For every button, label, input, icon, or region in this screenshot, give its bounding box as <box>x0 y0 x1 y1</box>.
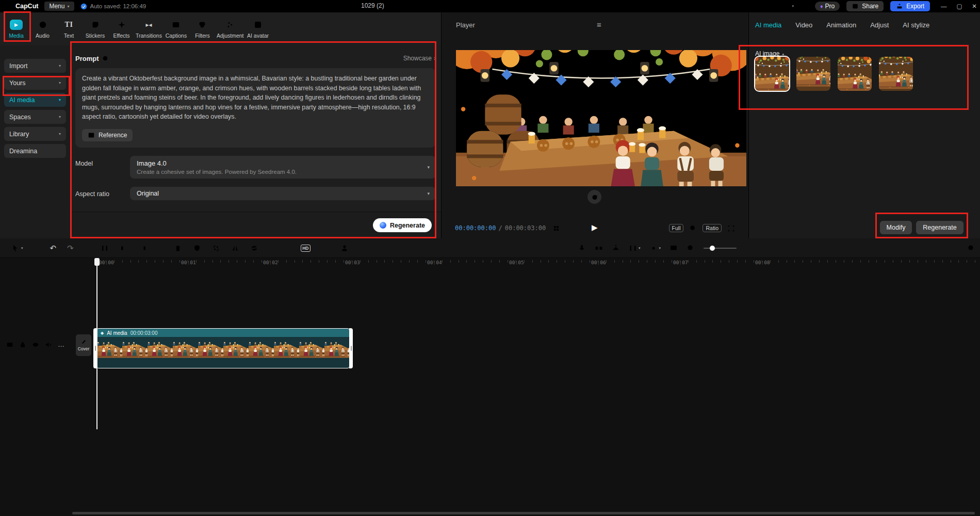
sidebar-item-ai-media[interactable]: AI media ▾ <box>4 93 66 107</box>
lock-icon[interactable] <box>19 341 26 348</box>
modify-button[interactable]: Modify <box>880 221 912 234</box>
menu-button[interactable]: Menu ▾ <box>44 2 74 11</box>
timeline-ruler[interactable]: 00:00 00:01 00:02 00:03 00:04 00:05 00:0… <box>0 258 980 267</box>
tab-animation[interactable]: Animation <box>826 21 856 29</box>
autosave-text: Auto saved: 12:06:49 <box>90 3 146 9</box>
full-button[interactable]: Full <box>669 224 684 232</box>
thumbnail-4[interactable] <box>879 57 913 91</box>
export-button[interactable]: Export <box>890 1 930 11</box>
tab-adjustment[interactable]: Adjustment <box>216 12 245 45</box>
auto-snapping-button[interactable] <box>612 244 620 252</box>
mask-button[interactable] <box>193 244 201 252</box>
record-voiceover-button[interactable] <box>578 244 586 252</box>
timeline-clip-ai-media[interactable]: ◆ AI media 00:00:03:00 <box>97 329 349 368</box>
share-label: Share <box>862 3 878 10</box>
chevron-down-icon: ▾ <box>21 246 23 250</box>
aspect-ratio-value: Original <box>137 190 420 197</box>
tab-label: AI avatar <box>247 33 269 39</box>
video-preview[interactable] <box>456 50 746 186</box>
preview-axis-button[interactable] <box>669 244 678 252</box>
crop-button[interactable] <box>212 244 220 252</box>
tab-ai-media-detail[interactable]: AI media <box>755 21 781 29</box>
preview-zoom-icon[interactable] <box>689 224 697 232</box>
tab-audio[interactable]: Audio <box>29 12 56 45</box>
tab-transitions[interactable]: ▸◂ Transitions <box>135 12 163 45</box>
tab-ai-avatar[interactable]: AI avatar <box>245 12 271 45</box>
audio-icon <box>39 21 47 29</box>
hd-quality-button[interactable]: HD <box>301 245 311 252</box>
tab-captions[interactable]: Captions <box>163 12 189 45</box>
playhead[interactable] <box>96 258 97 429</box>
thumbnail-3[interactable] <box>838 57 872 91</box>
redo-button[interactable]: ↷ <box>67 244 74 252</box>
track-preview-icon[interactable] <box>6 341 13 348</box>
timeline-zoom-slider[interactable] <box>704 248 737 249</box>
ruler-label: 00:02 <box>263 260 278 265</box>
fullscreen-icon[interactable] <box>727 224 735 232</box>
mirror-button[interactable] <box>231 244 239 252</box>
play-button[interactable]: ▶ <box>592 223 598 232</box>
sidebar-item-spaces[interactable]: Spaces ▾ <box>4 110 66 124</box>
generated-thumbnails <box>755 57 913 91</box>
showcase-link[interactable]: Showcase › <box>403 55 436 62</box>
character-button[interactable] <box>340 244 349 252</box>
share-button[interactable]: Share <box>846 1 884 11</box>
zoom-in-button[interactable] <box>967 244 975 252</box>
sidebar-item-import[interactable]: Import ▾ <box>4 59 66 73</box>
notes-panel-button[interactable] <box>801 3 808 10</box>
smart-edit-wand-button[interactable] <box>321 244 330 252</box>
delete-button[interactable] <box>174 244 182 252</box>
eye-icon[interactable] <box>32 341 39 348</box>
frame-grid-icon[interactable] <box>553 225 560 232</box>
regenerate-variant-button[interactable]: Regenerate <box>916 221 963 234</box>
close-button[interactable]: ✕ <box>972 3 977 10</box>
tab-media[interactable]: ▶ Media <box>3 12 29 45</box>
minimize-button[interactable]: — <box>941 3 947 9</box>
ai-avatar-icon <box>254 21 262 29</box>
split-button[interactable] <box>101 244 109 252</box>
clip-trim-handle-right[interactable] <box>349 328 353 368</box>
tab-adjust[interactable]: Adjust <box>870 21 889 29</box>
sidebar-item-dreamina[interactable]: Dreamina <box>4 144 66 158</box>
player-menu-icon[interactable]: ≡ <box>597 20 601 29</box>
player-panel: Player ≡ 00:00:00:00 / 00:00:03:00 ▶ Ful… <box>442 12 749 238</box>
export-label: Export <box>906 3 924 10</box>
tab-video[interactable]: Video <box>795 21 812 29</box>
reference-button[interactable]: Reference <box>82 129 133 141</box>
tab-filters[interactable]: Filters <box>189 12 216 45</box>
timeline-horizontal-scrollbar[interactable] <box>72 512 975 514</box>
undo-button[interactable]: ↶ <box>50 244 57 252</box>
keyframe-button[interactable]: ▾ <box>649 244 661 252</box>
zoom-out-button[interactable] <box>687 244 695 252</box>
refresh-preview-button[interactable] <box>587 190 601 204</box>
ai-image-section-header[interactable]: AI image ▴ <box>755 50 784 57</box>
tab-stickers[interactable]: Stickers <box>82 12 108 45</box>
layout-toggle-button[interactable]: ▾ <box>783 3 794 10</box>
main-track-magnetic-toggle[interactable] <box>595 244 603 252</box>
regenerate-button[interactable]: Regenerate <box>373 218 432 232</box>
delete-right-button[interactable] <box>139 244 147 252</box>
maximize-button[interactable]: ▢ <box>956 3 962 10</box>
select-tool-button[interactable]: ▾ <box>11 244 23 252</box>
delete-left-button[interactable] <box>120 244 128 252</box>
thumbnail-1[interactable] <box>755 57 789 91</box>
cover-button[interactable]: Cover <box>76 334 91 356</box>
replace-button[interactable] <box>250 244 258 252</box>
details-tabs: AI media Video Animation Adjust AI styli… <box>749 12 980 37</box>
tab-effects[interactable]: Effects <box>108 12 135 45</box>
aspect-ratio-dropdown[interactable]: Original ▾ <box>130 187 436 200</box>
prompt-input[interactable]: Create a vibrant Oktoberfest background … <box>75 68 436 148</box>
zoom-slider-knob[interactable] <box>710 246 715 251</box>
ratio-button[interactable]: Ratio <box>703 224 722 232</box>
model-dropdown[interactable]: Image 4.0 Create a cohesive set of image… <box>130 156 436 179</box>
speaker-icon[interactable] <box>45 341 52 348</box>
tab-text[interactable]: TI Text <box>56 12 82 45</box>
sidebar-item-yours[interactable]: Yours ▾ <box>4 76 66 90</box>
linking-toggle[interactable]: ▾ <box>629 244 641 252</box>
chevron-down-icon: ▾ <box>659 246 661 250</box>
pro-badge[interactable]: ♦ Pro <box>815 2 840 11</box>
thumbnail-2[interactable] <box>796 57 830 91</box>
more-options-icon[interactable]: … <box>58 341 65 348</box>
tab-ai-stylize[interactable]: AI stylize <box>903 21 929 29</box>
sidebar-item-library[interactable]: Library ▾ <box>4 127 66 141</box>
